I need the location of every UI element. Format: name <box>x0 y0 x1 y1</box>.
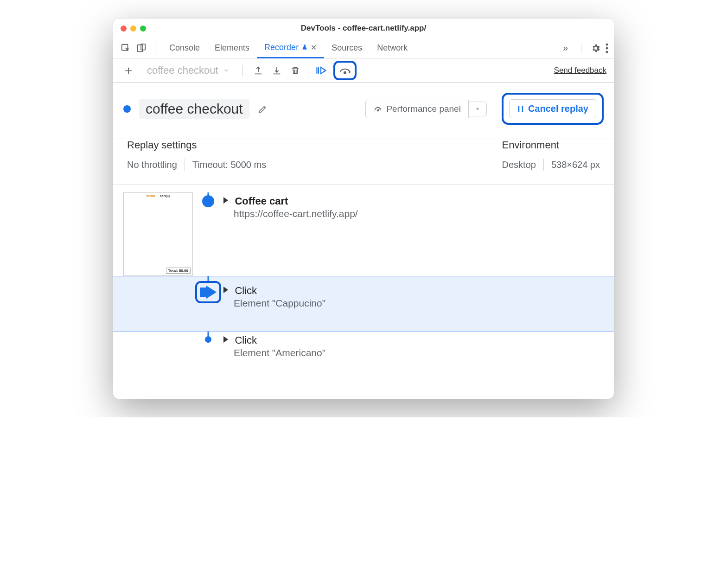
tab-elements[interactable]: Elements <box>207 38 257 58</box>
disclosure-triangle-icon[interactable] <box>223 336 228 343</box>
disclosure-triangle-icon[interactable] <box>223 287 228 293</box>
settings-gear-icon[interactable] <box>591 43 601 53</box>
tabs: Console Elements Recorder ✕ Sources Netw… <box>162 38 415 58</box>
divider <box>308 64 308 77</box>
window-title: DevTools - coffee-cart.netlify.app/ <box>113 24 614 33</box>
recording-dropdown-label: coffee checkout <box>147 64 218 77</box>
recording-title[interactable]: coffee checkout <box>139 99 249 119</box>
step-title: Coffee cart <box>235 195 288 207</box>
step-row[interactable]: Click Element "Americano" <box>113 332 614 375</box>
tab-recorder-label: Recorder <box>264 43 299 52</box>
step-row-active[interactable]: Click Element "Cappucino" <box>113 276 614 332</box>
divider <box>543 159 544 171</box>
send-feedback-link[interactable]: Send feedback <box>554 66 606 75</box>
edit-title-icon[interactable] <box>258 104 268 114</box>
new-recording-button[interactable]: ＋ <box>121 62 136 78</box>
tab-recorder[interactable]: Recorder ✕ <box>257 38 324 58</box>
step-subtitle: Element "Cappucino" <box>234 298 614 309</box>
step-row[interactable]: menu cart(0) Total: $0.00 Coffee cart ht… <box>113 192 614 276</box>
performance-panel-label: Performance panel <box>386 104 461 114</box>
performance-panel-chevron[interactable] <box>469 102 487 116</box>
import-icon[interactable] <box>271 64 283 77</box>
svg-point-5 <box>606 51 608 53</box>
kebab-menu-icon[interactable] <box>606 43 608 53</box>
devtools-window: DevTools - coffee-cart.netlify.app/ Cons… <box>113 19 614 399</box>
step-thumbnail: menu cart(0) Total: $0.00 <box>123 192 193 276</box>
delete-icon[interactable] <box>289 64 301 77</box>
divider <box>185 159 185 171</box>
cancel-replay-label: Cancel replay <box>528 103 588 114</box>
pause-icon <box>517 105 524 113</box>
step-subtitle: Element "Americano" <box>234 347 614 358</box>
step-over-highlight <box>333 61 357 80</box>
environment-heading: Environment <box>502 139 600 151</box>
step-subtitle: https://coffee-cart.netlify.app/ <box>234 208 614 219</box>
thumb-nav-item: cart(0) <box>160 194 170 199</box>
timeout-value[interactable]: Timeout: 5000 ms <box>192 160 266 170</box>
minimize-window-button[interactable] <box>130 26 136 32</box>
tabbar: Console Elements Recorder ✕ Sources Netw… <box>113 38 614 58</box>
divider <box>155 43 155 54</box>
divider <box>581 43 581 54</box>
export-icon[interactable] <box>252 64 264 77</box>
steps-area: menu cart(0) Total: $0.00 Coffee cart ht… <box>113 185 614 399</box>
recording-dropdown[interactable]: coffee checkout <box>143 64 233 77</box>
step-over-icon[interactable] <box>339 64 351 77</box>
continue-replay-icon[interactable] <box>315 64 327 77</box>
throttling-value[interactable]: No throttling <box>127 160 177 170</box>
recording-header: coffee checkout Performance panel Cancel… <box>113 83 614 139</box>
more-tabs-button[interactable]: » <box>559 43 572 53</box>
timeline-dot-icon <box>202 195 214 207</box>
performance-panel-button[interactable]: Performance panel <box>365 100 469 118</box>
traffic-lights <box>121 26 146 32</box>
tab-sources[interactable]: Sources <box>324 38 370 58</box>
maximize-window-button[interactable] <box>140 26 146 32</box>
inspect-element-icon[interactable] <box>119 41 133 55</box>
titlebar: DevTools - coffee-cart.netlify.app/ <box>113 19 614 38</box>
gauge-icon <box>373 104 383 114</box>
chevron-down-icon <box>223 67 230 74</box>
step-title: Click <box>235 285 257 296</box>
environment-size: 538×624 px <box>551 160 600 170</box>
thumb-nav-item: menu <box>147 194 155 199</box>
svg-point-4 <box>606 47 608 49</box>
recorder-actionbar: ＋ coffee checkout <box>113 58 614 83</box>
divider <box>242 65 243 76</box>
thumb-total: Total: $0.00 <box>166 268 191 274</box>
settings-row: Replay settings No throttling Timeout: 5… <box>113 139 614 185</box>
arrow-right-icon <box>206 286 217 299</box>
svg-rect-1 <box>138 45 143 51</box>
close-window-button[interactable] <box>121 26 127 32</box>
flask-icon <box>301 44 308 51</box>
svg-point-3 <box>606 43 608 45</box>
cancel-replay-button[interactable]: Cancel replay <box>509 99 596 118</box>
svg-point-6 <box>344 71 346 73</box>
tab-network[interactable]: Network <box>370 38 415 58</box>
close-tab-icon[interactable]: ✕ <box>311 43 317 52</box>
step-title: Click <box>235 334 257 346</box>
disclosure-triangle-icon[interactable] <box>223 197 228 204</box>
device-toolbar-icon[interactable] <box>134 41 148 55</box>
timeline-dot-icon <box>205 336 211 343</box>
current-step-highlight <box>195 281 221 303</box>
environment-device: Desktop <box>502 160 536 170</box>
replay-settings-heading: Replay settings <box>127 139 474 151</box>
tab-console[interactable]: Console <box>162 38 207 58</box>
recording-status-dot <box>123 105 131 113</box>
cancel-replay-highlight: Cancel replay <box>502 93 604 125</box>
